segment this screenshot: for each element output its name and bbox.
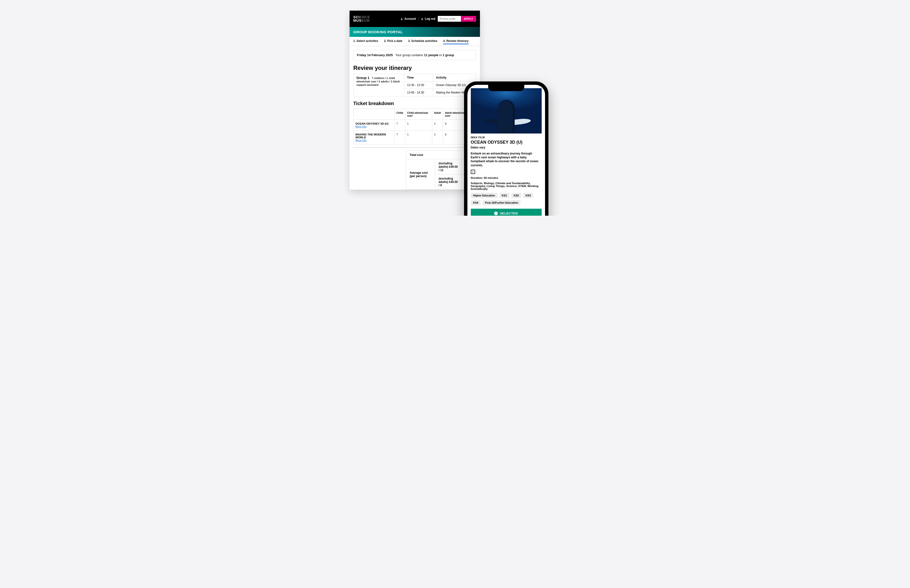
topbar-right: Account Log out APPLY [401, 16, 476, 22]
tag[interactable]: KS4 [471, 200, 481, 205]
duration-line: Duration: 60 minutes [471, 176, 541, 179]
logo: SCIENCE MUSEUM [353, 15, 370, 22]
total-label: Total cost [406, 151, 462, 159]
duration-label: Duration: [471, 176, 484, 179]
apply-button[interactable]: APPLY [461, 16, 476, 22]
activity-title: OCEAN ODYSSEY 3D (U) [471, 140, 541, 145]
col-time: Time [404, 74, 433, 81]
group-name: Group 1 [357, 76, 370, 80]
activity-dates: Dates vary [471, 146, 541, 149]
avg-inc-from: (including adults) £49.50 / 11 [435, 159, 462, 174]
table-row: OCEAN ODYSSEY 3D (U) More info 7 1 2 0 [353, 120, 476, 131]
col-child: Child [394, 109, 405, 120]
logo-text: MUS [353, 19, 362, 23]
phone-mock: IMAX FILM OCEAN ODYSSEY 3D (U) Dates var… [464, 81, 548, 216]
tag-row: Higher Education KS1 KS2 KS3 KS4 Post-16… [471, 193, 541, 205]
info-icon[interactable]: i [471, 170, 475, 174]
topbar: SCIENCE MUSEUM Account Log out APPLY [349, 11, 480, 27]
tag[interactable]: KS3 [523, 193, 533, 198]
summary-groups: 1 group [443, 53, 454, 57]
cell: 1 [405, 131, 432, 144]
col-activity: Activity [433, 74, 476, 81]
person-icon [421, 18, 423, 20]
whale-image [471, 88, 541, 134]
summary-banner: Friday 14 February 2025 Your group conta… [353, 50, 476, 60]
activity-blurb: Embark on an extraordinary journey throu… [471, 152, 541, 167]
summary-text: Your group contains [395, 53, 424, 57]
cell: 7 [394, 120, 405, 131]
portal-window: SCIENCE MUSEUM Account Log out APPLY [349, 11, 480, 190]
avg-label: Average cost (per person) [406, 159, 435, 190]
tab-review-itinerary[interactable]: 4. Review itinerary [443, 39, 469, 44]
cell: 1 [405, 120, 432, 131]
separator [418, 17, 419, 21]
logo-text: EUM [362, 19, 370, 23]
phone-notch [488, 85, 524, 91]
summary-date: Friday 14 February 2025 [357, 53, 393, 57]
teal-banner: GROUP BOOKING PORTAL [349, 27, 480, 37]
svg-point-1 [422, 18, 423, 19]
selected-label: SELECTED [500, 212, 518, 215]
cell: 7 [394, 131, 405, 144]
tag[interactable]: Post-16/Further Education [483, 200, 521, 205]
more-info-link[interactable]: More info [356, 139, 367, 142]
more-info-link[interactable]: More info [356, 125, 367, 128]
tab-schedule-activities[interactable]: 3. Schedule activities [408, 39, 437, 44]
person-icon [401, 18, 403, 20]
page-title: Review your itinerary [353, 65, 476, 71]
tab-select-activities[interactable]: 1. Select activities [353, 39, 378, 44]
account-label: Account [404, 17, 416, 21]
ticket-name: MAKING THE MODERN WORLD [356, 133, 393, 139]
itinerary-table: Group 1 7 children / 1 child wheelchair … [353, 74, 476, 96]
cell-time: 12:30 - 13:30 [404, 81, 433, 89]
tag[interactable]: KS2 [511, 193, 521, 198]
table-row: MAKING THE MODERN WORLD More info 7 1 2 … [353, 131, 476, 144]
subjects-line: Subjects: Biology, Climate and Sustainab… [471, 182, 541, 191]
cell-time: 13:45 - 14:30 [404, 89, 433, 96]
col-adult: Adult [432, 109, 443, 120]
phone-screen: IMAX FILM OCEAN ODYSSEY 3D (U) Dates var… [467, 85, 545, 216]
ticket-breakdown-title: Ticket breakdown [353, 101, 476, 106]
kicker: IMAX FILM [471, 136, 541, 139]
subjects-label: Subjects: [471, 182, 484, 184]
summary-people: 11 people [424, 53, 438, 57]
cell: 2 [432, 131, 443, 144]
selected-button[interactable]: ✓ SELECTED [471, 209, 541, 216]
step-tabs: 1. Select activities 2. Pick a date 3. S… [349, 37, 480, 46]
promo-input[interactable] [438, 16, 461, 22]
logout-label: Log out [425, 17, 435, 21]
tag[interactable]: Higher Education [471, 193, 498, 198]
tab-pick-date[interactable]: 2. Pick a date [384, 39, 402, 44]
tag[interactable]: KS1 [499, 193, 509, 198]
duration-value: 60 minutes [484, 176, 498, 179]
col-child-wc: Child wheelchair user [405, 109, 432, 120]
account-link[interactable]: Account [401, 17, 416, 21]
svg-point-0 [401, 18, 402, 19]
logout-link[interactable]: Log out [421, 17, 435, 21]
summary-text: in [439, 53, 443, 57]
table-row: Child Child wheelchair user Adult Adult … [353, 109, 476, 120]
table-row: Group 1 7 children / 1 child wheelchair … [353, 74, 476, 81]
promo-row: APPLY [438, 16, 476, 22]
ticket-table: Child Child wheelchair user Adult Adult … [353, 109, 476, 144]
cell: 2 [432, 120, 443, 131]
avg-exc-from: (excluding adults) £49.50 / 9 [435, 174, 462, 190]
check-icon: ✓ [494, 212, 498, 215]
ticket-name: OCEAN ODYSSEY 3D (U) [356, 122, 393, 125]
